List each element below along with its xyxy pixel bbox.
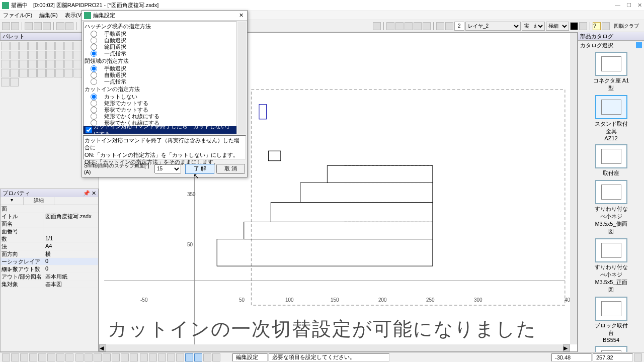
catalog-item[interactable]: スリワリ皿小ネジM5x12_側面図 bbox=[593, 346, 629, 352]
menu-view[interactable]: 表示(V) bbox=[65, 12, 84, 19]
catalog-item[interactable]: すりわり付なべ小ネジM3.5x5_正面図 bbox=[593, 238, 629, 294]
window-controls[interactable]: — ☐ ✕ bbox=[615, 2, 642, 9]
dialog-close-icon[interactable]: ✕ bbox=[237, 12, 245, 19]
catalog-item[interactable]: スタンド取付金具AZ12 bbox=[593, 95, 629, 141]
step-angle-select[interactable]: 15 bbox=[154, 164, 181, 173]
prop-row[interactable]: 面番号 bbox=[1, 228, 98, 235]
prop-row[interactable]: イトル図面角度複写.zsdx bbox=[1, 213, 98, 220]
tool-7[interactable] bbox=[55, 42, 64, 50]
tool-38[interactable] bbox=[10, 78, 19, 86]
tool-10[interactable] bbox=[1, 51, 10, 59]
minimize-icon[interactable]: — bbox=[615, 2, 620, 9]
tool-32[interactable] bbox=[37, 69, 46, 77]
prop-row[interactable]: 面方向横 bbox=[1, 250, 98, 258]
cancel-button[interactable]: 取 消 bbox=[216, 164, 245, 174]
prop-row[interactable]: ーシックレイアウト数0 bbox=[1, 258, 98, 265]
tb-print[interactable] bbox=[56, 22, 64, 30]
sb-18[interactable] bbox=[158, 353, 166, 361]
tool-37[interactable] bbox=[1, 78, 10, 86]
sb-7[interactable] bbox=[56, 353, 64, 361]
sb-2[interactable] bbox=[11, 353, 19, 361]
tool-18[interactable] bbox=[73, 51, 82, 59]
tool-36[interactable] bbox=[73, 69, 82, 77]
lineweight-select[interactable]: 極細 bbox=[546, 22, 569, 31]
close-icon[interactable]: ✕ bbox=[637, 2, 642, 9]
tool-12[interactable] bbox=[19, 51, 28, 59]
tb-pen[interactable] bbox=[579, 22, 587, 30]
prop-row[interactable]: 数1/1 bbox=[1, 235, 98, 243]
sb-9[interactable] bbox=[75, 353, 84, 361]
tool-27[interactable] bbox=[73, 60, 82, 68]
tb-snap1[interactable] bbox=[386, 22, 394, 30]
tool-29[interactable] bbox=[10, 69, 19, 77]
layer-select[interactable]: レイヤ_2 bbox=[465, 22, 521, 31]
menu-file[interactable]: ファイル(F) bbox=[3, 12, 32, 19]
tb-snap4[interactable] bbox=[414, 22, 422, 30]
catalog-color[interactable] bbox=[636, 42, 642, 48]
check-cutin-reset[interactable]: カットイン対応コマンドを終了したら「カットしない」にする bbox=[84, 126, 236, 134]
tb-snap3[interactable] bbox=[405, 22, 413, 30]
sb-15[interactable] bbox=[130, 353, 138, 361]
help-icon[interactable]: ? bbox=[593, 22, 601, 30]
catalog-item[interactable]: すりわり付なべ小ネジM3.5x5_側面図 bbox=[593, 180, 629, 235]
tool-13[interactable] bbox=[28, 51, 37, 59]
catalog-item[interactable]: コネクタ座 A1型 bbox=[593, 52, 629, 92]
tool-34[interactable] bbox=[55, 69, 64, 77]
tool-14[interactable] bbox=[37, 51, 46, 59]
sb-13[interactable] bbox=[112, 353, 120, 361]
tool-30[interactable] bbox=[19, 69, 28, 77]
tab-blank[interactable]: ▾ bbox=[1, 197, 24, 205]
tool-16[interactable] bbox=[55, 51, 64, 59]
sb-12[interactable] bbox=[103, 353, 111, 361]
opt-g1-3[interactable]: 一点指示 bbox=[84, 50, 236, 57]
tool-9[interactable] bbox=[73, 42, 82, 50]
tool-35[interactable] bbox=[64, 69, 73, 77]
tool-1[interactable] bbox=[1, 42, 10, 50]
v-scrollbar[interactable] bbox=[570, 33, 577, 344]
sb-22[interactable] bbox=[194, 353, 202, 361]
tool-24[interactable] bbox=[46, 60, 55, 68]
sb-8[interactable] bbox=[65, 353, 73, 361]
sb-17[interactable] bbox=[149, 353, 157, 361]
ok-button[interactable]: 了 解 bbox=[185, 164, 214, 174]
properties-tabs[interactable]: ▾ 詳細 bbox=[1, 197, 98, 205]
tb-export[interactable] bbox=[43, 22, 51, 30]
prop-row[interactable]: 集対象基本図 bbox=[1, 281, 98, 288]
tb-save[interactable] bbox=[25, 22, 33, 30]
catalog-selector[interactable]: カタログ選択 bbox=[578, 41, 644, 50]
tool-19[interactable] bbox=[1, 60, 10, 68]
sb-21[interactable] bbox=[185, 353, 193, 361]
tb-club-icon[interactable] bbox=[602, 22, 610, 30]
tool-3[interactable] bbox=[19, 42, 28, 50]
tb-new[interactable] bbox=[2, 22, 10, 30]
sb-16[interactable] bbox=[140, 353, 148, 361]
opt-g2-2[interactable]: 一点指示 bbox=[84, 78, 236, 85]
prop-row[interactable]: 細レイアウト数0 bbox=[1, 265, 98, 273]
tool-21[interactable] bbox=[19, 60, 28, 68]
tool-23[interactable] bbox=[37, 60, 46, 68]
tb-preview[interactable] bbox=[65, 22, 73, 30]
tb-light[interactable] bbox=[436, 22, 444, 30]
menu-edit[interactable]: 編集(E) bbox=[39, 12, 58, 19]
tool-15[interactable] bbox=[46, 51, 55, 59]
tool-11[interactable] bbox=[10, 51, 19, 59]
sb-11[interactable] bbox=[94, 353, 102, 361]
sb-corner[interactable] bbox=[634, 353, 642, 361]
tb-snap5[interactable] bbox=[423, 22, 431, 30]
tool-2[interactable] bbox=[10, 42, 19, 50]
tb-snap2[interactable] bbox=[395, 22, 404, 30]
tool-25[interactable] bbox=[55, 60, 64, 68]
tool-20[interactable] bbox=[10, 60, 19, 68]
linetype-select[interactable]: 実 線 bbox=[522, 22, 545, 31]
catalog-item[interactable]: 取付座 bbox=[593, 144, 629, 177]
tb-color[interactable] bbox=[570, 22, 578, 30]
tool-22[interactable] bbox=[28, 60, 37, 68]
tb-saveas[interactable] bbox=[34, 22, 42, 30]
sb-6[interactable] bbox=[47, 353, 55, 361]
tool-5[interactable] bbox=[37, 42, 46, 50]
prop-row[interactable]: アウト/部分図名基本用紙 bbox=[1, 273, 98, 281]
maximize-icon[interactable]: ☐ bbox=[626, 2, 631, 9]
prop-row[interactable]: 面名 bbox=[1, 220, 98, 228]
sb-10[interactable] bbox=[85, 353, 93, 361]
sb-24[interactable] bbox=[212, 353, 220, 361]
